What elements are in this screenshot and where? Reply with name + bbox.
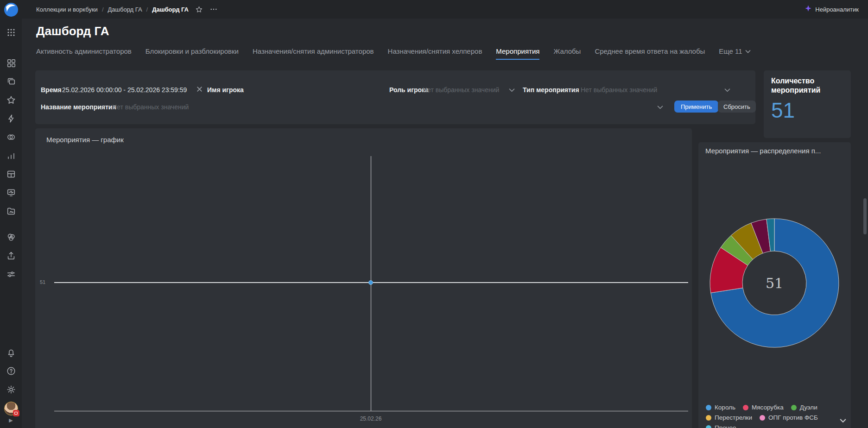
player-role-filter-select[interactable]: Нет выбранных значений	[423, 86, 499, 94]
legend-dot-icon	[743, 405, 748, 410]
x-axis-line	[54, 411, 688, 411]
avatar[interactable]	[4, 402, 18, 415]
breadcrumb-separator: /	[146, 6, 148, 13]
bar-chart-icon[interactable]	[1, 146, 21, 165]
legend-dot-icon	[706, 405, 711, 410]
legend-label: Мясорубка	[752, 404, 784, 411]
tiles-icon[interactable]	[1, 54, 21, 72]
table-icon[interactable]	[1, 165, 21, 183]
user-menu[interactable]: Нейроаналитик	[805, 5, 859, 14]
tab-4[interactable]: Мероприятия	[496, 47, 539, 60]
tab-0[interactable]: Активность администраторов	[36, 47, 132, 60]
line-chart-card: Мероприятия — график 51 25.02.26	[35, 128, 692, 428]
event-type-filter-select[interactable]: Нет выбранных значений	[581, 86, 657, 94]
expand-icon[interactable]: ▶	[9, 417, 13, 423]
legend-item-5[interactable]: Прочее	[706, 424, 736, 428]
topbar: Коллекции и воркбуки / Дашборд ГА / Дашб…	[22, 0, 868, 19]
legend-label: ОПГ против ФСБ	[768, 414, 818, 421]
close-icon[interactable]	[196, 86, 203, 94]
datalens-logo[interactable]	[4, 3, 18, 17]
donut-chart-card: Мероприятия — распределения п... 51 Коро…	[698, 142, 851, 428]
legend-label: Перестрелки	[715, 414, 752, 421]
indicator-title: Количество мероприятий	[771, 76, 843, 95]
shapes-icon[interactable]	[1, 228, 21, 246]
legend-item-2[interactable]: Дуэли	[791, 404, 817, 411]
folder-media-icon[interactable]	[1, 202, 21, 220]
help-icon[interactable]	[1, 362, 21, 380]
content: Дашборд ГА Активность администраторовБло…	[22, 19, 868, 428]
tab-1[interactable]: Блокировки и разблокировки	[146, 47, 239, 60]
breadcrumb-current: Дашборд ГА	[152, 6, 189, 13]
sparkle-icon	[805, 5, 812, 14]
tab-more-label: Еще 11	[719, 47, 742, 55]
sidebar: ▶	[0, 0, 22, 428]
chevron-down-icon[interactable]	[840, 416, 846, 425]
legend-item-1[interactable]: Мясорубка	[743, 404, 784, 411]
lightning-icon[interactable]	[1, 109, 21, 128]
page-title: Дашборд ГА	[22, 19, 868, 38]
ellipsis-icon[interactable]	[209, 5, 218, 13]
apply-button[interactable]: Применить	[674, 101, 718, 113]
legend-label: Дуэли	[800, 404, 817, 411]
breadcrumb-workbook[interactable]: Дашборд ГА	[108, 6, 142, 13]
chevron-down-icon[interactable]	[724, 86, 730, 94]
sidebar-bottom: ▶	[1, 343, 21, 427]
y-axis-tick: 51	[40, 279, 45, 285]
data-point-marker[interactable]	[368, 280, 373, 285]
breadcrumb-collections[interactable]: Коллекции и воркбуки	[36, 6, 98, 13]
x-axis-tick: 25.02.26	[324, 415, 417, 422]
tabs: Активность администраторовБлокировки и р…	[22, 46, 868, 60]
donut-center-label: 51	[710, 218, 839, 348]
collections-icon[interactable]	[1, 72, 21, 91]
star-icon[interactable]	[195, 6, 203, 13]
donut-chart-title: Мероприятия — распределения п...	[705, 147, 821, 155]
donut-chart: 51	[710, 218, 839, 348]
legend-item-0[interactable]: Король	[706, 404, 735, 411]
breadcrumb: Коллекции и воркбуки / Дашборд ГА / Дашб…	[36, 6, 189, 13]
sidebar-nav-top	[1, 54, 21, 220]
legend-item-3[interactable]: Перестрелки	[706, 414, 752, 421]
legend-dot-icon	[791, 405, 797, 410]
chevron-down-icon[interactable]	[509, 86, 515, 94]
legend-dot-icon	[760, 415, 765, 421]
apps-menu-icon[interactable]	[1, 23, 21, 42]
legend-dot-icon	[706, 425, 711, 428]
indicator-card: Количество мероприятий 51	[764, 70, 851, 138]
time-filter-value[interactable]: 25.02.2026 00:00:00 - 25.02.2026 23:59:5…	[62, 86, 187, 94]
bell-icon[interactable]	[1, 343, 21, 362]
circles-icon[interactable]	[1, 128, 21, 146]
sidebar-nav-second	[1, 228, 21, 283]
vertical-scrollbar[interactable]	[863, 198, 867, 234]
chevron-down-icon[interactable]	[657, 103, 663, 111]
monitor-icon[interactable]	[1, 183, 21, 202]
legend-item-4[interactable]: ОПГ против ФСБ	[760, 414, 818, 421]
event-name-filter-label: Название мероприятия	[41, 103, 116, 111]
sliders-icon[interactable]	[1, 265, 21, 283]
legend-label: Прочее	[715, 424, 736, 428]
event-name-filter-select[interactable]: Нет выбранных значений	[112, 103, 189, 111]
legend-dot-icon	[706, 415, 711, 421]
tab-6[interactable]: Среднее время ответа на жалобы	[595, 47, 705, 60]
event-type-filter-label: Тип мероприятия	[523, 86, 579, 94]
upload-icon[interactable]	[1, 246, 21, 265]
filter-panel: Время 25.02.2026 00:00:00 - 25.02.2026 2…	[35, 70, 755, 124]
tab-2[interactable]: Назначения/снятия администраторов	[253, 47, 374, 60]
gear-icon[interactable]	[1, 380, 21, 399]
legend-label: Король	[715, 404, 735, 411]
reset-button[interactable]: Сбросить	[718, 101, 756, 113]
chevron-down-icon	[745, 50, 751, 53]
donut-legend: КорольМясорубкаДуэлиПерестрелкиОПГ проти…	[706, 404, 851, 428]
tab-5[interactable]: Жалобы	[553, 47, 581, 60]
breadcrumb-separator: /	[102, 6, 104, 13]
tab-more[interactable]: Еще 11	[719, 47, 750, 60]
tab-3[interactable]: Назначения/снятия хелперов	[388, 47, 482, 60]
favorites-icon[interactable]	[1, 91, 21, 109]
avatar-badge-icon	[13, 410, 19, 416]
app-canvas: ▶ Коллекции и воркбуки / Дашборд ГА / Да…	[0, 0, 868, 428]
time-filter-label: Время	[41, 86, 62, 94]
user-label: Нейроаналитик	[815, 6, 859, 13]
indicator-value: 51	[771, 98, 843, 123]
line-chart-title: Мероприятия — график	[46, 136, 124, 144]
player-name-filter-label[interactable]: Имя игрока	[207, 86, 244, 94]
